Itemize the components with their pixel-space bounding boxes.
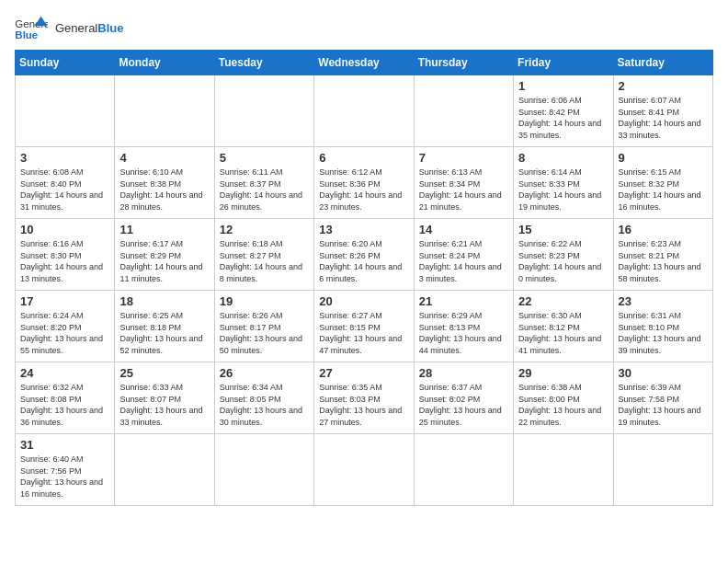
day-number: 26 [220,366,309,380]
day-info: Sunrise: 6:14 AM Sunset: 8:33 PM Dayligh… [518,167,608,213]
day-info: Sunrise: 6:13 AM Sunset: 8:34 PM Dayligh… [419,167,508,213]
day-number: 13 [319,223,408,236]
calendar-cell: 7Sunrise: 6:13 AM Sunset: 8:34 PM Daylig… [414,147,513,219]
day-number: 20 [319,294,408,308]
calendar-table: SundayMondayTuesdayWednesdayThursdayFrid… [15,50,713,506]
day-number: 5 [220,151,309,165]
day-number: 1 [518,79,608,93]
calendar-cell: 26Sunrise: 6:34 AM Sunset: 8:05 PM Dayli… [214,362,313,434]
calendar-week-2: 3Sunrise: 6:08 AM Sunset: 8:40 PM Daylig… [16,147,713,219]
page-header: General Blue GeneralBlue [15,15,713,42]
calendar-cell: 1Sunrise: 6:06 AM Sunset: 8:42 PM Daylig… [514,75,613,147]
calendar-cell [414,75,513,147]
day-number: 21 [419,294,508,308]
day-number: 27 [319,366,408,380]
day-info: Sunrise: 6:27 AM Sunset: 8:15 PM Dayligh… [319,310,408,356]
calendar-cell: 5Sunrise: 6:11 AM Sunset: 8:37 PM Daylig… [214,147,313,219]
calendar-cell: 14Sunrise: 6:21 AM Sunset: 8:24 PM Dayli… [414,219,513,291]
day-info: Sunrise: 6:07 AM Sunset: 8:41 PM Dayligh… [619,95,708,141]
calendar-cell [115,434,214,506]
calendar-cell: 24Sunrise: 6:32 AM Sunset: 8:08 PM Dayli… [16,362,115,434]
day-number: 2 [619,79,708,93]
calendar-week-5: 24Sunrise: 6:32 AM Sunset: 8:08 PM Dayli… [16,362,713,434]
calendar-cell: 31Sunrise: 6:40 AM Sunset: 7:56 PM Dayli… [16,434,115,506]
day-number: 25 [119,366,209,380]
day-info: Sunrise: 6:34 AM Sunset: 8:05 PM Dayligh… [220,382,309,428]
weekday-header-saturday: Saturday [613,51,712,75]
logo-text: GeneralBlue [55,22,123,35]
calendar-cell: 3Sunrise: 6:08 AM Sunset: 8:40 PM Daylig… [16,147,115,219]
day-info: Sunrise: 6:38 AM Sunset: 8:00 PM Dayligh… [518,382,608,428]
day-number: 24 [20,366,109,380]
weekday-header-sunday: Sunday [16,51,115,75]
day-info: Sunrise: 6:15 AM Sunset: 8:32 PM Dayligh… [619,167,708,213]
day-number: 4 [119,151,209,165]
day-number: 11 [119,223,209,236]
day-info: Sunrise: 6:35 AM Sunset: 8:03 PM Dayligh… [319,382,408,428]
weekday-header-friday: Friday [514,51,613,75]
day-number: 9 [619,151,708,165]
calendar-cell: 11Sunrise: 6:17 AM Sunset: 8:29 PM Dayli… [115,219,214,291]
calendar-cell [314,434,414,506]
calendar-cell: 25Sunrise: 6:33 AM Sunset: 8:07 PM Dayli… [115,362,214,434]
day-info: Sunrise: 6:29 AM Sunset: 8:13 PM Dayligh… [419,310,508,356]
day-info: Sunrise: 6:31 AM Sunset: 8:10 PM Dayligh… [619,310,708,356]
day-info: Sunrise: 6:16 AM Sunset: 8:30 PM Dayligh… [20,238,109,284]
calendar-week-6: 31Sunrise: 6:40 AM Sunset: 7:56 PM Dayli… [16,434,713,506]
weekday-header-tuesday: Tuesday [214,51,313,75]
calendar-cell: 23Sunrise: 6:31 AM Sunset: 8:10 PM Dayli… [613,291,712,362]
calendar-cell: 20Sunrise: 6:27 AM Sunset: 8:15 PM Dayli… [314,291,414,362]
calendar-cell [514,434,613,506]
calendar-cell: 12Sunrise: 6:18 AM Sunset: 8:27 PM Dayli… [214,219,313,291]
day-number: 22 [518,294,608,308]
calendar-cell: 17Sunrise: 6:24 AM Sunset: 8:20 PM Dayli… [16,291,115,362]
calendar-cell: 27Sunrise: 6:35 AM Sunset: 8:03 PM Dayli… [314,362,414,434]
day-number: 14 [419,223,508,236]
day-number: 12 [220,223,309,236]
day-info: Sunrise: 6:21 AM Sunset: 8:24 PM Dayligh… [419,238,508,284]
day-info: Sunrise: 6:24 AM Sunset: 8:20 PM Dayligh… [20,310,109,356]
day-number: 16 [619,223,708,236]
day-number: 15 [518,223,608,236]
calendar-cell [214,434,313,506]
day-number: 8 [518,151,608,165]
weekday-header-thursday: Thursday [414,51,513,75]
day-number: 7 [419,151,508,165]
calendar-cell: 10Sunrise: 6:16 AM Sunset: 8:30 PM Dayli… [16,219,115,291]
calendar-cell [314,75,414,147]
calendar-cell [16,75,115,147]
calendar-week-4: 17Sunrise: 6:24 AM Sunset: 8:20 PM Dayli… [16,291,713,362]
calendar-week-3: 10Sunrise: 6:16 AM Sunset: 8:30 PM Dayli… [16,219,713,291]
calendar-cell: 21Sunrise: 6:29 AM Sunset: 8:13 PM Dayli… [414,291,513,362]
calendar-cell: 22Sunrise: 6:30 AM Sunset: 8:12 PM Dayli… [514,291,613,362]
day-number: 17 [20,294,109,308]
calendar-cell: 28Sunrise: 6:37 AM Sunset: 8:02 PM Dayli… [414,362,513,434]
calendar-cell: 8Sunrise: 6:14 AM Sunset: 8:33 PM Daylig… [514,147,613,219]
day-info: Sunrise: 6:25 AM Sunset: 8:18 PM Dayligh… [119,310,209,356]
weekday-header-row: SundayMondayTuesdayWednesdayThursdayFrid… [16,51,713,75]
svg-text:Blue: Blue [15,29,38,40]
logo-icon: General Blue [15,15,48,42]
calendar-cell: 16Sunrise: 6:23 AM Sunset: 8:21 PM Dayli… [613,219,712,291]
calendar-cell: 6Sunrise: 6:12 AM Sunset: 8:36 PM Daylig… [314,147,414,219]
day-info: Sunrise: 6:12 AM Sunset: 8:36 PM Dayligh… [319,167,408,213]
calendar-cell: 15Sunrise: 6:22 AM Sunset: 8:23 PM Dayli… [514,219,613,291]
calendar-cell: 13Sunrise: 6:20 AM Sunset: 8:26 PM Dayli… [314,219,414,291]
day-number: 23 [619,294,708,308]
calendar-cell [613,434,712,506]
calendar-cell: 19Sunrise: 6:26 AM Sunset: 8:17 PM Dayli… [214,291,313,362]
day-number: 19 [220,294,309,308]
day-info: Sunrise: 6:10 AM Sunset: 8:38 PM Dayligh… [119,167,209,213]
day-info: Sunrise: 6:26 AM Sunset: 8:17 PM Dayligh… [220,310,309,356]
day-info: Sunrise: 6:08 AM Sunset: 8:40 PM Dayligh… [20,167,109,213]
day-info: Sunrise: 6:39 AM Sunset: 7:58 PM Dayligh… [619,382,708,428]
day-info: Sunrise: 6:33 AM Sunset: 8:07 PM Dayligh… [119,382,209,428]
day-info: Sunrise: 6:18 AM Sunset: 8:27 PM Dayligh… [220,238,309,284]
day-number: 31 [20,438,109,452]
day-info: Sunrise: 6:06 AM Sunset: 8:42 PM Dayligh… [518,95,608,141]
day-number: 28 [419,366,508,380]
day-info: Sunrise: 6:23 AM Sunset: 8:21 PM Dayligh… [619,238,708,284]
calendar-cell [115,75,214,147]
day-info: Sunrise: 6:17 AM Sunset: 8:29 PM Dayligh… [119,238,209,284]
calendar-cell: 9Sunrise: 6:15 AM Sunset: 8:32 PM Daylig… [613,147,712,219]
